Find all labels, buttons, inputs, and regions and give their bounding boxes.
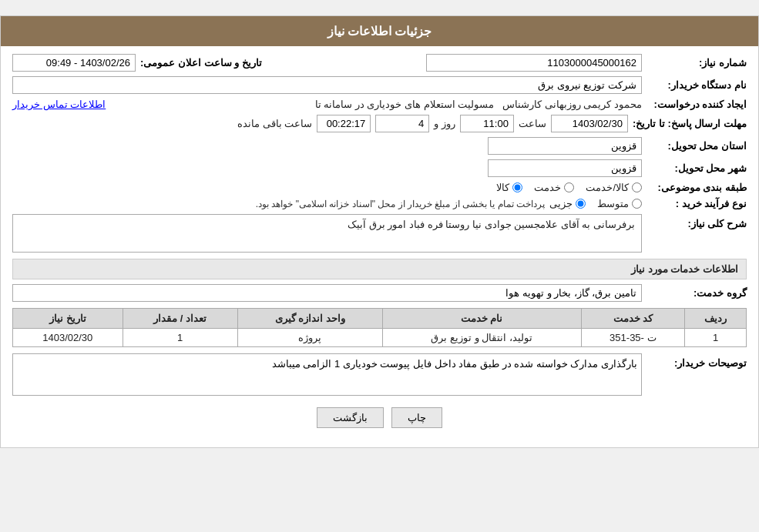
- grooh-label: گروه خدمت:: [646, 287, 747, 299]
- back-button[interactable]: بازگشت: [317, 407, 384, 428]
- table-cell: تولید، انتقال و توزیع برق: [382, 329, 581, 347]
- table-cell: ت -35-351: [581, 329, 685, 347]
- sharh-label: شرح کلی نیاز:: [646, 214, 747, 229]
- radio-kala-label: کالا: [496, 182, 509, 193]
- mohlet-saat-input[interactable]: [460, 115, 514, 132]
- row-ijad: ایجاد کننده درخواست: محمود کریمی روزبهان…: [12, 99, 747, 110]
- sharh-box: برفرسانی به آقای علامجسین جوادی نیا روست…: [12, 214, 642, 253]
- row-shahr: شهر محل تحویل:: [12, 159, 747, 177]
- table-row: 1ت -35-351تولید، انتقال و توزیع برقپروژه…: [13, 329, 747, 347]
- radio-kala-khedmat: کالا/خدمت: [586, 182, 642, 193]
- mohlet-label: مهلت ارسال پاسخ: تا تاریخ:: [633, 118, 747, 129]
- ijad-link[interactable]: اطلاعات تماس خریدار: [12, 99, 106, 110]
- row-tabaqe: طبقه بندی موضوعی: کالا/خدمت خدمت کالا: [12, 182, 747, 193]
- nooe-label: نوع فرآیند خرید :: [646, 198, 747, 209]
- radio-khedmat-input[interactable]: [564, 182, 574, 192]
- row-mohlet: مهلت ارسال پاسخ: تا تاریخ: ساعت روز و سا…: [12, 115, 747, 132]
- tozihat-textarea[interactable]: [12, 353, 642, 396]
- radio-kala-khedmat-input[interactable]: [632, 182, 642, 192]
- ostan-input[interactable]: [488, 137, 642, 155]
- col-radif: ردیف: [685, 309, 747, 329]
- row-ostan: استان محل تحویل:: [12, 137, 747, 155]
- button-row: چاپ بازگشت: [12, 407, 747, 428]
- services-table: ردیف کد خدمت نام خدمت واحد اندازه گیری ت…: [12, 308, 747, 347]
- content-area: شماره نیاز: تاریخ و ساعت اعلان عمومی: نا…: [1, 46, 758, 447]
- row-nooe: نوع فرآیند خرید : متوسط جزیی پرداخت تمام…: [12, 198, 747, 209]
- row-nam-dastgah: نام دستگاه خریدار:: [12, 76, 747, 94]
- tarikh-input[interactable]: [12, 54, 136, 72]
- radio-kala: کالا: [496, 182, 522, 193]
- col-nam: نام خدمت: [382, 309, 581, 329]
- row-tozihat: توصیحات خریدار:: [12, 353, 747, 396]
- nooe-radio-group: متوسط جزیی: [549, 198, 642, 209]
- page-header: جزئیات اطلاعات نیاز: [1, 16, 758, 46]
- table-cell: 1: [123, 329, 237, 347]
- radio-khedmat-label: خدمت: [534, 182, 561, 193]
- row-grooh: گروه خدمت:: [12, 284, 747, 302]
- table-cell: 1403/02/30: [13, 329, 123, 347]
- radio-jozei-label: جزیی: [549, 198, 573, 209]
- tabaqe-radio-group: کالا/خدمت خدمت کالا: [496, 182, 642, 193]
- radio-kala-khedmat-label: کالا/خدمت: [586, 182, 629, 193]
- radio-motavaset-label: متوسط: [597, 198, 629, 209]
- col-tarikh: تاریخ نیاز: [13, 309, 123, 329]
- col-code: کد خدمت: [581, 309, 685, 329]
- col-tedad: تعداد / مقدار: [123, 309, 237, 329]
- tozihat-label: توصیحات خریدار:: [646, 353, 747, 369]
- nam-dastgah-input[interactable]: [12, 76, 642, 94]
- mohlet-baqi-input[interactable]: [317, 115, 371, 132]
- khadamat-section-title: اطلاعات خدمات مورد نیاز: [12, 259, 747, 279]
- mohlet-baqi-label: ساعت باقی مانده: [237, 118, 312, 129]
- radio-motavaset: متوسط: [597, 198, 642, 209]
- nooe-desc: پرداخت تمام یا بخشی از مبلغ خریدار از مح…: [256, 199, 545, 209]
- nam-dastgah-label: نام دستگاه خریدار:: [646, 79, 747, 91]
- shomara-label: شماره نیاز:: [646, 57, 747, 69]
- row-sharh: شرح کلی نیاز: برفرسانی به آقای علامجسین …: [12, 214, 747, 253]
- mohlet-date-input[interactable]: [551, 115, 628, 132]
- radio-jozei-input[interactable]: [576, 199, 586, 209]
- ijad-label: ایجاد کننده درخواست:: [646, 99, 747, 110]
- sharh-value: برفرسانی به آقای علامجسین جوادی نیا روست…: [348, 219, 635, 230]
- print-button[interactable]: چاپ: [391, 407, 442, 428]
- radio-motavaset-input[interactable]: [632, 199, 642, 209]
- table-section: ردیف کد خدمت نام خدمت واحد اندازه گیری ت…: [12, 308, 747, 347]
- shahr-label: شهر محل تحویل:: [646, 162, 747, 174]
- row-shomara: شماره نیاز: تاریخ و ساعت اعلان عمومی:: [12, 54, 747, 72]
- radio-khedmat: خدمت: [534, 182, 574, 193]
- mohlet-rooz-label: روز و: [434, 118, 455, 129]
- mohlet-saat-label: ساعت: [519, 118, 546, 129]
- tabaqe-label: طبقه بندی موضوعی:: [646, 182, 747, 193]
- ostan-label: استان محل تحویل:: [646, 140, 747, 152]
- tarikh-label: تاریخ و ساعت اعلان عمومی:: [140, 57, 262, 69]
- radio-kala-input[interactable]: [512, 182, 522, 192]
- table-cell: پروژه: [237, 329, 382, 347]
- radio-jozei: جزیی: [549, 198, 586, 209]
- ijad-value: محمود کریمی روزبهانی کارشناس مسولیت استع…: [110, 99, 642, 110]
- mohlet-rooz-input[interactable]: [375, 115, 429, 132]
- shahr-input[interactable]: [488, 159, 642, 177]
- col-vahed: واحد اندازه گیری: [237, 309, 382, 329]
- page-title: جزئیات اطلاعات نیاز: [327, 25, 432, 38]
- table-cell: 1: [685, 329, 747, 347]
- shomara-input[interactable]: [426, 54, 642, 72]
- grooh-input[interactable]: [12, 284, 642, 302]
- page-wrapper: جزئیات اطلاعات نیاز شماره نیاز: تاریخ و …: [0, 15, 759, 448]
